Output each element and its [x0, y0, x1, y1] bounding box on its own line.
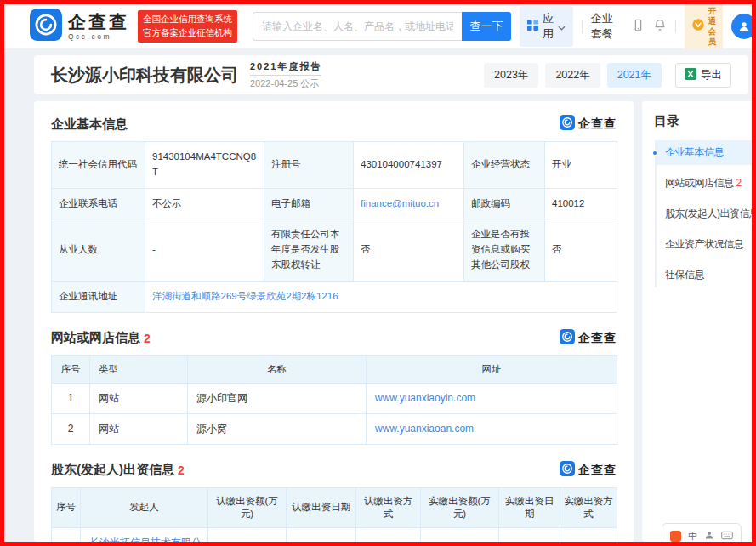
info-value: 430104000741397	[354, 142, 464, 189]
column-header: 实缴出资方式	[560, 487, 617, 527]
address-link[interactable]: 洋湖街道和顺路269号绿景欣苑2期2栋1216	[152, 291, 338, 301]
divider	[582, 20, 583, 33]
section-title: 网站或网店信息	[51, 330, 140, 346]
cell-type: 网站	[90, 383, 188, 413]
info-label: 企业联系电话	[52, 188, 145, 219]
qcc-watermark-text: 企查查	[578, 331, 617, 346]
qcc-watermark-text: 企查查	[578, 117, 617, 132]
table-row: 从业人数 - 有限责任公司本年度是否发生股东股权转让 否 企业是否有投资信息或购…	[52, 219, 617, 281]
info-value: 洋湖街道和顺路269号绿景欣苑2期2栋1216	[145, 281, 617, 312]
enterprise-package-link[interactable]: 企业套餐	[591, 11, 623, 42]
cell-no: 1	[52, 527, 81, 546]
info-label: 企业是否有投资信息或购买其他公司股权	[464, 219, 545, 281]
column-header: 网址	[367, 355, 617, 383]
section-header: 企业基本信息 企查查	[51, 115, 617, 134]
toc-item-website-info[interactable]: 网站或网店信息2	[657, 171, 756, 196]
year-tabs: 2023年 2022年 2021年 导出	[484, 63, 731, 88]
vip-upgrade-button[interactable]: 开通 会员	[685, 3, 724, 49]
page-title: 长沙源小印科技有限公司	[51, 64, 238, 87]
qcc-logo-icon	[30, 9, 62, 44]
cell-paid-method: 其他	[560, 527, 617, 546]
info-value: 410012	[545, 188, 617, 219]
top-navbar: 企查查 Qcc.com 全国企业信用查询系统 官方备案企业征信机构 查一下 应用	[4, 4, 752, 48]
apps-grid-icon	[527, 20, 538, 33]
info-value: 开业	[545, 142, 617, 189]
info-value: -	[145, 219, 264, 281]
qcc-logo-text: 企查查 Qcc.com	[68, 13, 129, 41]
website-table: 序号 类型 名称 网址 1 网站 源小印官网 www.yuanxiaoyin.c…	[51, 355, 617, 445]
section-count-badge: 2	[144, 332, 151, 345]
export-label: 导出	[701, 68, 722, 82]
mobile-app-button[interactable]	[632, 18, 645, 36]
section-title: 企业基本信息	[51, 117, 128, 133]
apps-label: 应用	[543, 11, 554, 42]
column-header: 实缴出资额(万元)	[421, 487, 499, 527]
section-header: 网站或网店信息 2 企查查	[51, 329, 617, 348]
info-value: 91430104MA4TCCNQ8T	[145, 142, 264, 189]
avatar[interactable]	[731, 14, 756, 39]
section-title: 股东(发起人)出资信息	[51, 462, 174, 478]
extension-icon[interactable]	[670, 531, 681, 542]
toc-item-basic-info[interactable]: 企业基本信息	[657, 140, 756, 165]
topbar-right-cluster: 应用 企业套餐	[520, 3, 743, 49]
table-row: 企业通讯地址 洋湖街道和顺路269号绿景欣苑2期2栋1216	[52, 281, 617, 312]
column-header: 序号	[52, 487, 81, 527]
info-label: 企业通讯地址	[52, 281, 145, 312]
vip-label: 开通 会员	[708, 6, 717, 47]
qcc-watermark-icon	[560, 115, 575, 134]
phone-icon	[632, 18, 645, 36]
website-link[interactable]: www.yuanxiaoyin.com	[375, 392, 475, 404]
cell-paid-date: -	[499, 527, 560, 546]
cell-no: 1	[52, 383, 90, 413]
logo-domain: Qcc.com	[68, 33, 129, 41]
column-header: 类型	[90, 355, 188, 383]
keyboard-icon[interactable]	[721, 528, 733, 543]
screenshot-frame: 企查查 Qcc.com 全国企业信用查询系统 官方备案企业征信机构 查一下 应用	[0, 0, 756, 546]
notifications-button[interactable]	[653, 18, 667, 35]
section-count-badge: 2	[178, 464, 185, 477]
tab-year-2021[interactable]: 2021年	[607, 63, 662, 88]
column-header: 实缴出资日期	[499, 487, 560, 527]
tab-year-2022[interactable]: 2022年	[545, 63, 600, 88]
info-label: 电子邮箱	[264, 188, 354, 219]
column-header: 序号	[52, 355, 90, 383]
badge-line-1: 全国企业信用查询系统	[143, 13, 232, 26]
qcc-watermark-icon	[560, 461, 575, 480]
qcc-logo[interactable]: 企查查 Qcc.com	[30, 9, 129, 44]
floating-toolbar: 中	[662, 523, 742, 546]
shareholder-link[interactable]: 长沙米拓信息技术有限公司	[89, 537, 202, 546]
info-value: 不公示	[145, 188, 264, 219]
search-button[interactable]: 查一下	[462, 12, 511, 41]
toc-item-assets[interactable]: 企业资产状况信息	[657, 232, 756, 257]
badge-line-2: 官方备案企业征信机构	[143, 26, 232, 40]
page-body: 长沙源小印科技有限公司 2021年度报告 2022-04-25 公示 2023年…	[4, 48, 752, 542]
official-badge: 全国企业信用查询系统 官方备案企业征信机构	[138, 10, 237, 43]
column-header: 发起人	[81, 487, 208, 527]
email-link[interactable]: finance@mituo.cn	[361, 198, 439, 208]
tab-year-2023[interactable]: 2023年	[484, 63, 538, 88]
toc-item-social-security[interactable]: 社保信息	[657, 263, 756, 287]
table-row: 企业联系电话 不公示 电子邮箱 finance@mituo.cn 邮政编码 41…	[52, 188, 617, 219]
cell-sub-date: 2035-12-31	[287, 527, 356, 546]
basic-info-table: 统一社会信用代码 91430104MA4TCCNQ8T 注册号 43010400…	[51, 141, 617, 313]
vip-badge-icon	[691, 18, 705, 35]
table-row: 统一社会信用代码 91430104MA4TCCNQ8T 注册号 43010400…	[52, 142, 617, 189]
cell-name: 源小窝	[188, 413, 367, 444]
toc-list: 企业基本信息 网站或网店信息2 股东(发起人)出资信息2 企业资产状况信息 社保…	[655, 140, 756, 287]
logo-name: 企查查	[68, 13, 129, 31]
section-header: 股东(发起人)出资信息 2 企查查	[51, 461, 617, 480]
user-icon[interactable]	[704, 528, 714, 543]
search-bar: 查一下	[253, 12, 511, 41]
cell-sub-amount: 400	[208, 527, 287, 546]
section-basic-info: 企业基本信息 企查查 统一社会信用代码 91430104MA4TCCNQ8	[51, 115, 617, 313]
table-row: 1 网站 源小印官网 www.yuanxiaoyin.com	[52, 383, 617, 413]
toc-item-shareholders[interactable]: 股东(发起人)出资信息2	[657, 202, 756, 226]
website-link[interactable]: www.yuanxiaoan.com	[375, 423, 474, 435]
table-header-row: 序号 类型 名称 网址	[52, 355, 617, 383]
toc-sidebar: 目录 企业基本信息 网站或网店信息2 股东(发起人)出资信息2 企业资产状况信息	[642, 101, 756, 542]
apps-menu-button[interactable]: 应用	[520, 6, 573, 47]
search-input[interactable]	[253, 12, 462, 41]
table-row: 1 长沙米拓信息技术有限公司 400 2035-12-31 货币 0 - 其他	[52, 527, 617, 546]
export-button[interactable]: 导出	[675, 63, 731, 88]
translate-icon[interactable]: 中	[688, 531, 697, 542]
